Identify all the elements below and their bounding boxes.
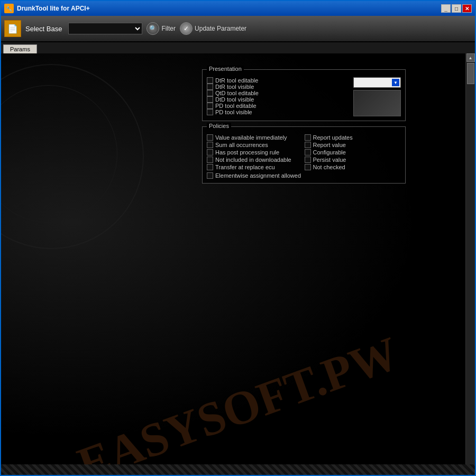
select-base-dropdown[interactable] <box>68 23 142 34</box>
check-transfer-replace: Transfer at replace ecu <box>207 164 304 170</box>
filter-icon: 🔍 <box>147 22 159 35</box>
checkbox-elementwise[interactable] <box>207 172 213 179</box>
checkbox-dtd-visible[interactable] <box>207 96 213 103</box>
checkbox-pd-visible[interactable] <box>207 109 213 115</box>
filter-label: Filter <box>161 25 176 32</box>
scroll-up-button[interactable]: ▲ <box>466 53 475 62</box>
minimize-button[interactable]: _ <box>441 4 451 13</box>
presentation-panel: Presentation DtR tool editable DtR tool … <box>202 69 406 121</box>
label-report-updates: Report updates <box>313 134 353 141</box>
policies-panel: Policies Value available immediately Rep… <box>202 126 406 184</box>
filter-button[interactable]: 🔍 Filter <box>147 22 176 35</box>
tabs-bar: Params <box>1 42 475 53</box>
toolbar: 📄 Select Base 🔍 Filter ✓ Update Paramete… <box>1 16 475 42</box>
check-persist-value: Persist value <box>305 157 401 163</box>
checkbox-pd-editable[interactable] <box>207 103 213 109</box>
check-pd-visible: PD tool visible <box>207 109 349 115</box>
label-dtr-editable: DtR tool editable <box>215 77 258 84</box>
checkbox-transfer-replace[interactable] <box>207 164 213 170</box>
label-qtd-editable: QtD tool editable <box>215 90 259 96</box>
update-parameter-button[interactable]: ✓ Update Parameter <box>180 22 246 35</box>
label-post-processing: Has post processing rule <box>215 149 279 155</box>
tab-params[interactable]: Params <box>3 44 37 53</box>
checkbox-post-processing[interactable] <box>207 149 213 155</box>
label-not-included: Not included in downloadable <box>215 157 291 163</box>
preview-dropdown[interactable]: ▼ <box>353 77 401 88</box>
presentation-inner: DtR tool editable DtR tool visible QtD t… <box>207 77 401 116</box>
maximize-button[interactable]: □ <box>452 4 461 13</box>
window-controls: _ □ ✕ <box>441 4 472 13</box>
check-not-included: Not included in downloadable <box>207 157 304 163</box>
label-pd-editable: PD tool editable <box>215 103 257 109</box>
check-pd-editable: PD tool editable <box>207 103 349 109</box>
checkbox-not-checked[interactable] <box>305 164 311 170</box>
window-title: DrunkTool lite for APCI+ <box>17 5 441 12</box>
check-sum-all: Sum all occurrences <box>207 142 304 148</box>
checkbox-dtr-editable[interactable] <box>207 77 213 84</box>
label-report-value: Report value <box>313 142 346 148</box>
presentation-body: DtR tool editable DtR tool visible QtD t… <box>203 70 405 121</box>
label-dtd-visible: DtD tool visible <box>215 96 254 103</box>
check-qtd-editable: QtD tool editable <box>207 90 349 96</box>
checkbox-report-updates[interactable] <box>305 134 311 141</box>
presentation-preview: ▼ <box>353 77 401 116</box>
preview-image <box>353 90 401 116</box>
checkbox-sum-all[interactable] <box>207 142 213 148</box>
presentation-checks: DtR tool editable DtR tool visible QtD t… <box>207 77 349 116</box>
main-window: 🔧 DrunkTool lite for APCI+ _ □ ✕ 📄 Selec… <box>0 0 476 476</box>
label-value-available: Value available immediately <box>215 134 287 141</box>
check-elementwise: Elementwise assignment allowed <box>207 172 401 179</box>
scrollbar: ▲ ▼ <box>465 53 475 475</box>
check-not-checked: Not checked <box>305 164 401 170</box>
check-value-available: Value available immediately <box>207 134 304 141</box>
check-dtd-visible: DtD tool visible <box>207 96 349 103</box>
check-dtr-editable: DtR tool editable <box>207 77 349 84</box>
label-pd-visible: PD tool visible <box>215 109 252 115</box>
label-dtr-visible: DtR tool visible <box>215 84 254 90</box>
check-report-value: Report value <box>305 142 401 148</box>
app-icon: 🔧 <box>4 4 14 13</box>
check-configurable: Configurable <box>305 149 401 155</box>
toolbar-doc-icon: 📄 <box>4 20 21 37</box>
update-label: Update Parameter <box>195 25 246 32</box>
policies-body: Value available immediately Report updat… <box>203 127 405 183</box>
checkbox-persist-value[interactable] <box>305 157 311 163</box>
bottom-stripe <box>1 464 475 475</box>
checkbox-qtd-editable[interactable] <box>207 90 213 96</box>
label-sum-all: Sum all occurrences <box>215 142 268 148</box>
label-configurable: Configurable <box>313 149 346 155</box>
policies-title: Policies <box>207 123 231 129</box>
update-icon: ✓ <box>180 22 193 35</box>
check-dtr-visible: DtR tool visible <box>207 84 349 90</box>
label-elementwise: Elementwise assignment allowed <box>215 172 301 179</box>
checkbox-value-available[interactable] <box>207 134 213 141</box>
dropdown-arrow-icon: ▼ <box>392 79 399 86</box>
checkbox-not-included[interactable] <box>207 157 213 163</box>
scroll-track <box>466 62 475 466</box>
scroll-thumb[interactable] <box>467 63 474 84</box>
check-report-updates: Report updates <box>305 134 401 141</box>
titlebar: 🔧 DrunkTool lite for APCI+ _ □ ✕ <box>1 1 475 16</box>
select-base-label: Select Base <box>25 25 62 33</box>
main-content: EASYSOFT.PW Presentation DtR tool editab… <box>1 53 475 475</box>
checkbox-dtr-visible[interactable] <box>207 84 213 90</box>
label-persist-value: Persist value <box>313 157 346 163</box>
label-transfer-replace: Transfer at replace ecu <box>215 164 275 170</box>
label-not-checked: Not checked <box>313 164 345 170</box>
panels-area: Presentation DtR tool editable DtR tool … <box>6 59 443 189</box>
presentation-title: Presentation <box>207 66 244 72</box>
checkbox-report-value[interactable] <box>305 142 311 148</box>
check-post-processing: Has post processing rule <box>207 149 304 155</box>
close-button[interactable]: ✕ <box>462 4 472 13</box>
checkbox-configurable[interactable] <box>305 149 311 155</box>
